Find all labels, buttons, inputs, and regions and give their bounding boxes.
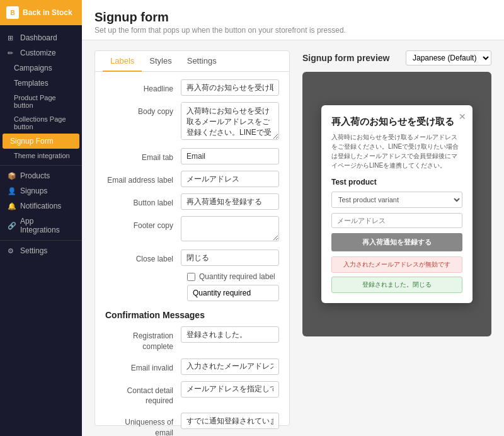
qty-required-input[interactable]	[187, 285, 279, 301]
customize-icon: ✏	[8, 49, 16, 57]
page-title: Signup form	[94, 10, 491, 25]
sidebar-item-collections-page-button[interactable]: Collections Page button	[0, 112, 82, 134]
modal-close-icon[interactable]: ✕	[459, 112, 466, 122]
app-logo[interactable]: B Back in Stock	[0, 0, 82, 25]
preview-modal: ✕ 再入荷のお知らせを受け取る 入荷時にお知らせを受け取るメールアドレスをご登録…	[321, 105, 472, 304]
contact-detail-input[interactable]	[181, 381, 279, 398]
sidebar-item-label: Campaigns	[14, 64, 52, 72]
sidebar-item-settings[interactable]: ⚙ Settings	[0, 243, 82, 258]
contact-detail-row: Contact detail required	[105, 381, 279, 407]
email-address-input[interactable]	[181, 171, 279, 187]
email-tab-label: Email tab	[105, 148, 181, 163]
button-label-row: Button label	[105, 193, 279, 210]
close-label-input[interactable]	[181, 250, 279, 266]
sidebar-item-app-integrations[interactable]: 🔗 App Integrations	[0, 214, 82, 238]
modal-body-copy: 入荷時にお知らせを受け取るメールアドレスをご登録ください。LINEで受け取りたい…	[331, 132, 462, 170]
page-body: Labels Styles Settings Headline Body cop…	[82, 40, 504, 436]
sidebar-item-templates[interactable]: Templates	[0, 76, 82, 91]
tabs-bar: Labels Styles Settings	[95, 51, 289, 72]
close-label-label: Close label	[105, 250, 181, 265]
email-address-row: Email address label	[105, 171, 279, 187]
modal-variant-select[interactable]: Test product variant	[331, 192, 462, 208]
email-invalid-row: Email invalid	[105, 359, 279, 375]
sidebar-item-campaigns[interactable]: Campaigns	[0, 60, 82, 76]
signups-icon: 👤	[8, 187, 16, 195]
sidebar-item-notifications[interactable]: 🔔 Notifications	[0, 198, 82, 214]
app-integrations-icon: 🔗	[8, 222, 16, 230]
form-panel: Labels Styles Settings Headline Body cop…	[94, 50, 290, 426]
confirmation-section-title: Confirmation Messages	[105, 310, 279, 320]
modal-headline: 再入荷のお知らせを受け取る	[331, 115, 462, 128]
registration-complete-label: Registration complete	[105, 326, 181, 352]
language-select[interactable]: Japanese (Default)	[406, 50, 491, 66]
close-label-row: Close label	[105, 250, 279, 266]
footer-copy-control	[181, 216, 279, 243]
modal-submit-button[interactable]: 再入荷通知を登録する	[331, 233, 462, 251]
tab-settings[interactable]: Settings	[180, 51, 224, 72]
logo-icon: B	[6, 6, 19, 19]
preview-header: Signup form preview Japanese (Default)	[302, 50, 491, 66]
sidebar-item-signups[interactable]: 👤 Signups	[0, 183, 82, 198]
sidebar-item-dashboard[interactable]: ⊞ Dashboard	[0, 30, 82, 45]
qty-required-checkbox-label: Quantity required label	[199, 272, 275, 281]
sidebar-item-theme-integration[interactable]: Theme integration	[0, 149, 82, 163]
qty-required-checkbox[interactable]	[187, 273, 195, 281]
page-header: Signup form Set up the form that pops up…	[82, 0, 504, 40]
uniqueness-control	[181, 413, 279, 429]
logo-letter: B	[10, 9, 14, 16]
body-copy-textarea[interactable]: 入荷時にお知らせを受け取るメールアドレスをご登録ください。LINEで受け取りたい…	[181, 102, 279, 140]
modal-success-message[interactable]: 登録されました。閉じる	[331, 277, 462, 293]
modal-error-message: 入力されたメールアドレスが無効です	[331, 256, 462, 273]
sidebar-item-signup-form[interactable]: Signup Form	[3, 134, 79, 149]
uniqueness-input[interactable]	[181, 413, 279, 429]
sidebar-item-label: Settings	[20, 246, 47, 255]
button-label-input[interactable]	[181, 193, 279, 210]
modal-product-name: Test product	[331, 178, 462, 186]
email-tab-row: Email tab	[105, 148, 279, 164]
contact-detail-control	[181, 381, 279, 398]
email-invalid-control	[181, 359, 279, 375]
page-subtitle: Set up the form that pops up when the bu…	[94, 26, 491, 35]
sidebar-item-label: Collections Page button	[14, 115, 74, 130]
registration-complete-input[interactable]	[181, 326, 279, 343]
email-tab-control	[181, 148, 279, 164]
footer-copy-textarea[interactable]	[181, 216, 279, 241]
preview-background: ✕ 再入荷のお知らせを受け取る 入荷時にお知らせを受け取るメールアドレスをご登録…	[302, 72, 491, 336]
app-name: Back in Stock	[23, 8, 72, 17]
body-copy-control: 入荷時にお知らせを受け取るメールアドレスをご登録ください。LINEで受け取りたい…	[181, 102, 279, 142]
preview-title: Signup form preview	[302, 53, 389, 63]
products-icon: 📦	[8, 172, 16, 180]
sidebar-item-customize[interactable]: ✏ Customize	[0, 45, 82, 60]
sidebar-item-label: Notifications	[20, 202, 61, 210]
sidebar-item-products[interactable]: 📦 Products	[0, 168, 82, 183]
sidebar-item-label: Customize	[20, 49, 56, 57]
registration-complete-control	[181, 326, 279, 343]
headline-input[interactable]	[181, 79, 279, 96]
sidebar: B Back in Stock ⊞ Dashboard ✏ Customize …	[0, 0, 82, 436]
body-copy-row: Body copy 入荷時にお知らせを受け取るメールアドレスをご登録ください。L…	[105, 102, 279, 142]
registration-complete-row: Registration complete	[105, 326, 279, 352]
sidebar-item-label: Dashboard	[20, 33, 57, 42]
tab-labels[interactable]: Labels	[103, 51, 142, 72]
main-content: Signup form Set up the form that pops up…	[82, 0, 504, 436]
tab-styles[interactable]: Styles	[142, 51, 179, 72]
sidebar-main-section: ⊞ Dashboard ✏ Customize Campaigns Templa…	[0, 25, 82, 263]
email-address-label: Email address label	[105, 171, 181, 186]
form-labels-content: Headline Body copy 入荷時にお知らせを受け取るメールアドレスを…	[95, 72, 289, 436]
email-invalid-label: Email invalid	[105, 359, 181, 374]
email-invalid-input[interactable]	[181, 359, 279, 375]
contact-detail-label: Contact detail required	[105, 381, 181, 407]
button-label-label: Button label	[105, 193, 181, 209]
headline-row: Headline	[105, 79, 279, 96]
footer-copy-label: Footer copy	[105, 216, 181, 231]
preview-panel: Signup form preview Japanese (Default) ✕…	[302, 50, 491, 426]
close-label-control	[181, 250, 279, 266]
email-address-control	[181, 171, 279, 187]
sidebar-item-label: Signups	[20, 186, 47, 195]
settings-icon: ⚙	[8, 247, 16, 255]
headline-label: Headline	[105, 79, 181, 95]
modal-email-input[interactable]	[331, 213, 462, 228]
sidebar-item-label: Theme integration	[14, 152, 70, 159]
email-tab-input[interactable]	[181, 148, 279, 164]
sidebar-item-product-page-button[interactable]: Product Page button	[0, 91, 82, 112]
